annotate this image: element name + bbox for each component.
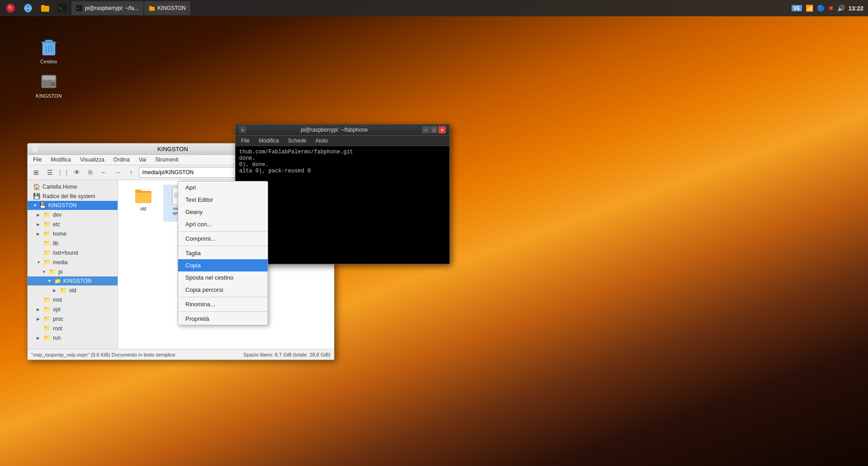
expand-arrow-etc: ▶ bbox=[37, 222, 41, 227]
svg-rect-16 bbox=[42, 76, 55, 80]
raspberry-icon[interactable]: 🍓 bbox=[2, 1, 19, 15]
terminal-title-text: pi@raspberrypi: ~/fabphone bbox=[301, 127, 368, 133]
sidebar-section: 🏠 Cartella Home 💾 Radice del file system… bbox=[28, 180, 118, 344]
term-menu-aiuto[interactable]: Aiuto bbox=[314, 137, 330, 145]
ctx-taglia[interactable]: Taglia bbox=[178, 247, 268, 259]
expand-arrow-pi: ▼ bbox=[42, 270, 47, 274]
terminal-taskbar-tab[interactable]: >_ pi@raspberrypi: ~/fa... bbox=[71, 1, 143, 15]
sidebar-item-old[interactable]: ▶ 📁 old bbox=[28, 285, 118, 295]
folder-icon[interactable] bbox=[37, 1, 53, 15]
show-hidden-btn[interactable]: 👁 bbox=[71, 166, 83, 178]
terminal-tab-label: pi@raspberrypi: ~/fa... bbox=[85, 5, 139, 11]
ctx-copia-percorsi[interactable]: Copia percorsi bbox=[178, 284, 268, 296]
sidebar-item-dev-label: dev bbox=[53, 212, 61, 218]
file-icon-old[interactable]: old bbox=[127, 185, 160, 213]
desktop-icon-cestino[interactable]: Cestino bbox=[31, 33, 67, 66]
svg-point-19 bbox=[52, 83, 54, 85]
taskbar: 🍓 >_ bbox=[0, 0, 868, 16]
ctx-proprieta[interactable]: Proprietà bbox=[178, 313, 268, 325]
trash-icon bbox=[38, 35, 60, 57]
statusbar-file-info: "voip_raspvoip_voip.ovpn" (9,6 KiB) Docu… bbox=[31, 352, 175, 357]
ctx-apri[interactable]: Apri bbox=[178, 181, 268, 194]
filemanager-taskbar-tab[interactable]: KINGSTON bbox=[144, 1, 190, 15]
details-view-btn[interactable]: ☰ bbox=[44, 166, 56, 178]
ctx-geany[interactable]: Geany bbox=[178, 206, 268, 218]
bluetooth-icon: 🔵 bbox=[817, 5, 825, 12]
terminal-close[interactable]: ✕ bbox=[439, 126, 446, 133]
ve-icon[interactable]: VE bbox=[792, 5, 802, 11]
win-menu-btn[interactable]: ☰ bbox=[31, 145, 38, 152]
sidebar-item-media[interactable]: ▼ 📁 media bbox=[28, 257, 118, 267]
terminal-icon[interactable]: >_ bbox=[54, 1, 71, 15]
sidebar-item-home[interactable]: 🏠 Cartella Home bbox=[28, 182, 118, 191]
compact-view-btn[interactable]: ⋮⋮ bbox=[57, 166, 69, 178]
sidebar-item-lostfound[interactable]: 📁 lost+found bbox=[28, 248, 118, 257]
terminal-line-4: 0), done. bbox=[239, 162, 446, 168]
rootfs-icon: 💾 bbox=[33, 193, 40, 200]
term-menu-schede[interactable]: Schede bbox=[286, 137, 308, 145]
menu-strumenti[interactable]: Strumenti bbox=[153, 156, 180, 164]
ctx-copia[interactable]: Copia bbox=[178, 259, 268, 271]
copy-btn[interactable]: ⎘ bbox=[85, 166, 96, 178]
clock: 13:22 bbox=[849, 5, 863, 12]
desktop: 🍓 >_ bbox=[0, 0, 868, 466]
expand-arrow-home: ▶ bbox=[37, 232, 41, 236]
svg-text:🍓: 🍓 bbox=[7, 5, 14, 11]
terminal-line-5: alta 0), pack-reused 0 bbox=[239, 168, 446, 174]
home-folder-icon: 📁 bbox=[43, 230, 51, 237]
sidebar-item-run[interactable]: ▶ 📁 run bbox=[28, 333, 118, 342]
lost-folder-icon: 📁 bbox=[43, 249, 51, 256]
icon-view-btn[interactable]: ⊞ bbox=[30, 166, 42, 178]
old-folder-icon: 📁 bbox=[60, 287, 67, 294]
sidebar-item-etc-label: etc bbox=[53, 221, 60, 228]
menu-file[interactable]: File bbox=[31, 156, 43, 164]
terminal-menu-btn[interactable]: ≡ bbox=[239, 126, 246, 133]
forward-btn[interactable]: → bbox=[112, 166, 123, 178]
cestino-label: Cestino bbox=[40, 59, 57, 64]
expand-arrow-dev: ▶ bbox=[37, 213, 41, 217]
terminal-line-1: thub.com/FablabPalermo/fabphone.git bbox=[239, 149, 446, 155]
etc-folder-icon: 📁 bbox=[43, 221, 51, 228]
term-menu-modifica[interactable]: Modifica bbox=[257, 137, 281, 145]
sidebar-item-rootfs[interactable]: 💾 Radice del file system bbox=[28, 191, 118, 201]
sidebar-item-proc[interactable]: ▶ 📁 proc bbox=[28, 314, 118, 323]
sidebar-item-kingston-drive[interactable]: ▼ 💾 KINGSTON bbox=[28, 201, 118, 210]
sidebar-item-pi-label: pi bbox=[58, 269, 62, 275]
svg-rect-17 bbox=[42, 81, 52, 87]
menu-modifica[interactable]: Modifica bbox=[49, 156, 73, 164]
globe-icon[interactable] bbox=[20, 1, 36, 15]
sidebar-item-home-folder[interactable]: ▶ 📁 home bbox=[28, 229, 118, 238]
terminal-minimize[interactable]: − bbox=[422, 126, 429, 133]
drive-icon-desktop bbox=[38, 70, 60, 91]
pi-folder-icon: 📁 bbox=[49, 268, 56, 275]
menu-ordina[interactable]: Ordina bbox=[112, 156, 132, 164]
sidebar-item-dev[interactable]: ▶ 📁 dev bbox=[28, 210, 118, 219]
sidebar-item-pi[interactable]: ▼ 📁 pi bbox=[28, 267, 118, 276]
kingston-label: KINGSTON bbox=[36, 93, 61, 99]
ctx-comprimi[interactable]: Comprimi... bbox=[178, 233, 268, 245]
menu-vai[interactable]: Vai bbox=[137, 156, 148, 164]
sidebar-item-kingston-folder[interactable]: ▼ 📁 KINGSTON bbox=[28, 276, 118, 285]
sidebar-item-mnt[interactable]: 📁 mnt bbox=[28, 295, 118, 304]
ctx-separator-2 bbox=[178, 246, 268, 246]
x-icon: ✖ bbox=[828, 5, 834, 12]
sidebar-item-lostfound-label: lost+found bbox=[53, 250, 78, 256]
expand-arrow-kingston: ▼ bbox=[47, 279, 52, 283]
terminal-maximize[interactable]: □ bbox=[430, 126, 438, 133]
ctx-apri-con[interactable]: Apri con... bbox=[178, 218, 268, 230]
term-menu-file[interactable]: File bbox=[239, 137, 251, 145]
kingston-drive-icon: 💾 bbox=[39, 202, 46, 209]
back-btn[interactable]: ← bbox=[98, 166, 110, 178]
desktop-icon-kingston[interactable]: KINGSTON bbox=[31, 68, 67, 100]
menu-visualizza[interactable]: Visualizza bbox=[78, 156, 106, 164]
sidebar-item-lib[interactable]: 📁 lib bbox=[28, 238, 118, 248]
mnt-folder-icon: 📁 bbox=[43, 296, 51, 303]
ctx-text-editor[interactable]: Text Editor bbox=[178, 194, 268, 206]
up-btn[interactable]: ↑ bbox=[125, 166, 137, 178]
ctx-sposta-cestino[interactable]: Sposta nel cestino bbox=[178, 271, 268, 284]
ctx-rinomina[interactable]: Rinomina... bbox=[178, 298, 268, 310]
sidebar-item-opt[interactable]: ▶ 📁 opt bbox=[28, 304, 118, 314]
sidebar-item-root[interactable]: 📁 root bbox=[28, 323, 118, 333]
sidebar-item-etc[interactable]: ▶ 📁 etc bbox=[28, 219, 118, 229]
terminal-line-3: done. bbox=[239, 155, 446, 162]
